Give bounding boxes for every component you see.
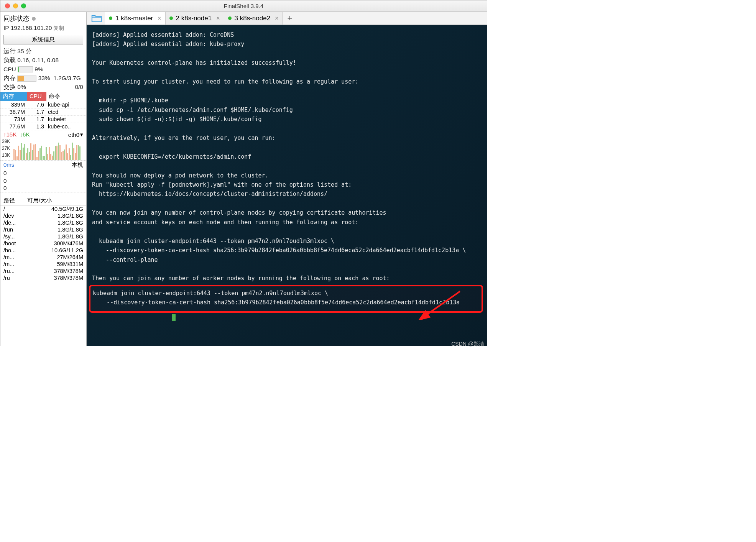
folder-icon[interactable] [91, 14, 102, 23]
proc-mem: 73M [0, 116, 27, 122]
add-tab-button[interactable]: + [283, 13, 297, 23]
window-controls [0, 3, 26, 8]
disk-size: 10.6G/11.2G [27, 247, 86, 253]
disk-path: /ho... [0, 247, 27, 253]
process-row[interactable]: 73M1.7kubelet [0, 116, 86, 123]
proc-cpu: 1.3 [27, 123, 46, 130]
disk-row[interactable]: /m...27M/264M [0, 254, 86, 261]
proc-cpu: 7.6 [27, 102, 46, 108]
ping-host[interactable]: 本机 [72, 161, 83, 169]
cpu-pct: 9% [35, 66, 43, 72]
arrow-down-icon: ↓ [20, 131, 23, 138]
proc-head-cpu[interactable]: CPU [27, 92, 46, 101]
ip-row: IP 192.168.101.20复制 [0, 24, 86, 33]
process-list: 339M7.6kube-api38.7M1.7etcd73M1.7kubelet… [0, 101, 86, 130]
terminal-line: sudo chown $(id -u):$(id -g) $HOME/.kube… [92, 116, 262, 123]
window-title: FinalShell 3.9.4 [0, 3, 487, 9]
process-row[interactable]: 77.6M1.3kube-co.. [0, 123, 86, 130]
swap-pct: 0% [17, 84, 26, 90]
ping-graph: 000 [0, 169, 86, 192]
net-if: eth0 [68, 131, 79, 138]
terminal-line: and service account keys on each node an… [92, 219, 358, 226]
net-down: 6K [23, 131, 30, 138]
terminal-line: kubeadm join cluster-endpoint:6443 --tok… [92, 238, 334, 245]
disk-path: /de... [0, 220, 27, 226]
swap-detail: 0/0 [75, 82, 83, 91]
net-graph: 39K 27K 13K [2, 139, 85, 160]
disk-row[interactable]: /sy...1.8G/1.8G [0, 233, 86, 240]
minimize-icon[interactable] [13, 3, 18, 8]
disk-path: /dev [0, 213, 27, 219]
proc-head-cmd[interactable]: 命令 [46, 92, 86, 101]
disk-row[interactable]: /de...1.8G/1.8G [0, 219, 86, 226]
process-row[interactable]: 38.7M1.7etcd [0, 108, 86, 116]
close-tab-icon[interactable]: × [275, 15, 278, 22]
cursor-icon [172, 314, 176, 321]
process-header[interactable]: 内存 CPU 命令 [0, 92, 86, 101]
system-info-button[interactable]: 系统信息 [3, 35, 83, 44]
net-interface-selector[interactable]: eth0 ▾ [68, 131, 83, 138]
terminal-line: sudo cp -i /etc/kubernetes/admin.conf $H… [92, 107, 293, 113]
terminal-line: Then you can join any number of worker n… [92, 275, 390, 282]
proc-cmd: kube-co.. [46, 123, 86, 130]
ip-value: 192.168.101.20 [11, 25, 52, 31]
terminal-line: https://kubernetes.io/docs/concepts/clus… [92, 191, 327, 197]
disk-path: /sy... [0, 233, 27, 240]
main-area: 1 k8s-master×2 k8s-node1×3 k8s-node2× + … [87, 12, 487, 346]
mem-label: 内存 [3, 75, 16, 81]
disk-size: 378M/378M [27, 275, 86, 281]
proc-cmd: kubelet [46, 116, 86, 122]
ip-label: IP [3, 25, 9, 31]
process-row[interactable]: 339M7.6kube-api [0, 101, 86, 108]
tab[interactable]: 3 k8s-node2× [224, 12, 283, 25]
terminal[interactable]: [addons] Applied essential addon: CoreDN… [87, 25, 487, 346]
sync-label: 同步状态 [3, 14, 30, 23]
terminal-line: [addons] Applied essential addon: CoreDN… [92, 31, 234, 38]
disk-size: 27M/264M [27, 254, 86, 260]
terminal-line: --discovery-token-ca-cert-hash sha256:3b… [93, 299, 460, 306]
tab[interactable]: 1 k8s-master× [105, 12, 166, 25]
close-tab-icon[interactable]: × [158, 15, 161, 22]
disk-row[interactable]: /ru...378M/378M [0, 268, 86, 274]
cpu-label: CPU [3, 66, 16, 72]
close-tab-icon[interactable]: × [216, 15, 220, 22]
arrow-up-icon: ↑ [3, 131, 7, 138]
disk-path: /run [0, 227, 27, 233]
chevron-down-icon: ▾ [80, 131, 83, 138]
tab-label: 3 k8s-node2 [235, 15, 271, 22]
terminal-line: Alternatively, if you are the root user,… [92, 135, 276, 141]
disk-head-size[interactable]: 可用/大小 [27, 197, 86, 204]
highlight-box: kubeadm join cluster-endpoint:6443 --tok… [89, 285, 483, 313]
disk-row[interactable]: /ru378M/378M [0, 274, 86, 281]
proc-head-mem[interactable]: 内存 [0, 92, 27, 101]
disk-size: 1.8G/1.8G [27, 233, 86, 240]
close-icon[interactable] [5, 3, 10, 8]
runtime-value: 35 分 [17, 48, 32, 54]
watermark: CSDN @郑清 [451, 341, 484, 348]
proc-cpu: 1.7 [27, 109, 46, 115]
maximize-icon[interactable] [21, 3, 26, 8]
titlebar[interactable]: FinalShell 3.9.4 [0, 0, 487, 12]
copy-button[interactable]: 复制 [53, 25, 64, 31]
disk-path: /ru [0, 275, 27, 281]
stats-block: 运行 35 分 负载 0.16, 0.11, 0.08 CPU 9% 内存 33… [0, 46, 86, 92]
net-header: ↑15K ↓6K eth0 ▾ [0, 130, 86, 139]
disk-row[interactable]: /run1.8G/1.8G [0, 226, 86, 233]
load-label: 负载 [3, 57, 16, 63]
disk-row[interactable]: /m...59M/831M [0, 261, 86, 268]
disk-size: 40.5G/49.1G [27, 206, 86, 212]
disk-row[interactable]: /ho...10.6G/11.2G [0, 247, 86, 254]
ping-row: 0ms本机 [0, 160, 86, 169]
disk-head-path[interactable]: 路径 [0, 197, 27, 204]
disk-row[interactable]: /boot300M/476M [0, 240, 86, 247]
tab[interactable]: 2 k8s-node1× [166, 12, 224, 25]
disk-header[interactable]: 路径可用/大小 [0, 196, 86, 205]
sync-status: 同步状态 [0, 12, 86, 24]
runtime-label: 运行 [3, 48, 16, 54]
disk-row[interactable]: /dev1.8G/1.8G [0, 212, 86, 219]
ping-value: 0ms [3, 161, 14, 169]
mem-detail: 1.2G/3.7G [53, 75, 81, 81]
disk-size: 1.8G/1.8G [27, 213, 86, 219]
status-dot-icon [169, 16, 173, 20]
disk-row[interactable]: /40.5G/49.1G [0, 205, 86, 212]
